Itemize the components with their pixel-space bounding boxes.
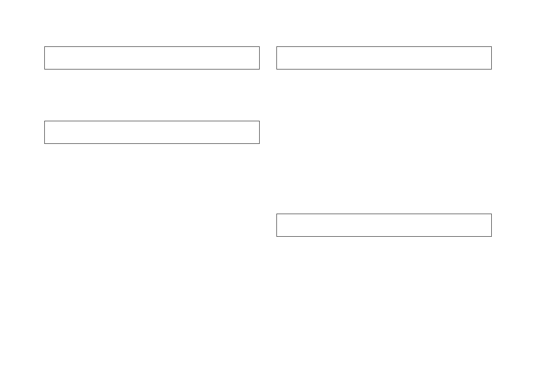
input-box-top-right[interactable] [276,46,492,69]
input-box-lower-right[interactable] [276,214,492,237]
input-box-middle-left[interactable] [44,121,260,144]
input-box-top-left[interactable] [44,46,260,69]
